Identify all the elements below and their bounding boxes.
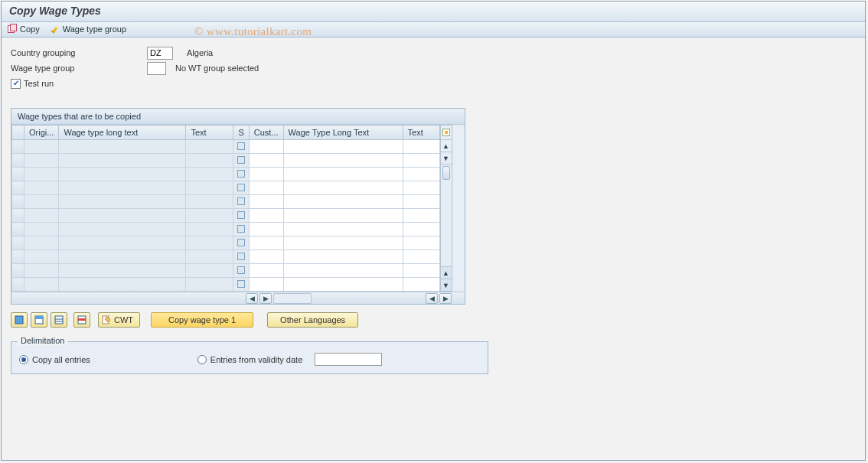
- cell-long-text[interactable]: [59, 181, 186, 195]
- cell-text[interactable]: [186, 236, 233, 250]
- cell-status[interactable]: [233, 140, 249, 154]
- row-selector[interactable]: [12, 140, 24, 154]
- table-config-icon[interactable]: [441, 126, 452, 140]
- wage-types-table[interactable]: Origi... Wage type long text Text S Cust…: [11, 125, 440, 292]
- cell-long-text-2[interactable]: [283, 140, 403, 154]
- cell-text[interactable]: [186, 209, 233, 223]
- col-text[interactable]: Text: [186, 126, 233, 140]
- cell-orig[interactable]: [24, 236, 59, 250]
- copy-wage-type-1-button[interactable]: Copy wage type 1: [151, 312, 253, 328]
- copy-button[interactable]: Copy: [8, 24, 40, 34]
- cell-orig[interactable]: [24, 278, 59, 292]
- table-row[interactable]: [12, 195, 440, 209]
- row-selector[interactable]: [12, 223, 24, 236]
- table-vscroll[interactable]: ▲ ▼ ▲ ▼: [440, 125, 452, 292]
- from-date-option[interactable]: Entries from validity date: [197, 353, 382, 366]
- col-orig[interactable]: Origi...: [24, 126, 59, 140]
- cell-long-text[interactable]: [59, 278, 186, 292]
- cell-long-text[interactable]: [59, 168, 186, 181]
- cell-text-2[interactable]: [403, 250, 439, 264]
- row-selector[interactable]: [12, 154, 24, 168]
- cell-long-text-2[interactable]: [283, 278, 403, 292]
- cell-status[interactable]: [233, 181, 249, 195]
- cell-text-2[interactable]: [403, 278, 439, 292]
- cell-cust[interactable]: [249, 195, 283, 209]
- hscroll-left-2[interactable]: ◀: [426, 293, 438, 304]
- cell-orig[interactable]: [24, 181, 59, 195]
- cell-text[interactable]: [186, 181, 233, 195]
- cell-cust[interactable]: [249, 250, 283, 264]
- cell-cust[interactable]: [249, 236, 283, 250]
- cell-long-text-2[interactable]: [283, 209, 403, 223]
- cell-long-text[interactable]: [59, 154, 186, 168]
- cell-status[interactable]: [233, 278, 249, 292]
- row-selector[interactable]: [12, 195, 24, 209]
- cell-status[interactable]: [233, 264, 249, 278]
- table-row[interactable]: [12, 181, 440, 195]
- table-row[interactable]: [12, 264, 440, 278]
- cell-text[interactable]: [186, 223, 233, 236]
- cell-status[interactable]: [233, 154, 249, 168]
- col-long-text-2[interactable]: Wage Type Long Text: [283, 126, 403, 140]
- col-cust[interactable]: Cust...: [249, 126, 283, 140]
- row-selector[interactable]: [12, 250, 24, 264]
- validity-date-input[interactable]: [315, 353, 382, 366]
- cell-status[interactable]: [233, 195, 249, 209]
- cell-status[interactable]: [233, 168, 249, 181]
- cell-text-2[interactable]: [403, 236, 439, 250]
- cell-text[interactable]: [186, 250, 233, 264]
- cell-long-text-2[interactable]: [283, 223, 403, 236]
- cell-text-2[interactable]: [403, 209, 439, 223]
- cell-cust[interactable]: [249, 154, 283, 168]
- cell-long-text[interactable]: [59, 209, 186, 223]
- table-row[interactable]: [12, 278, 440, 292]
- cell-orig[interactable]: [24, 209, 59, 223]
- cell-cust[interactable]: [249, 168, 283, 181]
- table-row[interactable]: [12, 154, 440, 168]
- cell-cust[interactable]: [249, 264, 283, 278]
- test-run-checkbox[interactable]: [11, 79, 21, 89]
- table-row[interactable]: [12, 250, 440, 264]
- hscroll-track-1[interactable]: [273, 293, 312, 304]
- table-row[interactable]: [12, 140, 440, 154]
- cell-text-2[interactable]: [403, 154, 439, 168]
- cell-status[interactable]: [233, 209, 249, 223]
- scroll-track[interactable]: [441, 165, 452, 267]
- cell-status[interactable]: [233, 250, 249, 264]
- cell-long-text[interactable]: [59, 195, 186, 209]
- row-selector[interactable]: [12, 168, 24, 181]
- cell-orig[interactable]: [24, 140, 59, 154]
- wage-type-group-button[interactable]: Wage type group: [51, 24, 126, 34]
- table-row[interactable]: [12, 209, 440, 223]
- hscroll-right-1[interactable]: ▶: [259, 293, 272, 304]
- cell-text[interactable]: [186, 154, 233, 168]
- cell-long-text-2[interactable]: [283, 154, 403, 168]
- col-long-text[interactable]: Wage type long text: [59, 126, 186, 140]
- scroll-down2-icon[interactable]: ▼: [441, 279, 452, 292]
- cell-long-text[interactable]: [59, 264, 186, 278]
- cell-orig[interactable]: [24, 195, 59, 209]
- wage-type-group-input[interactable]: [147, 62, 166, 75]
- cell-long-text[interactable]: [59, 223, 186, 236]
- row-selector[interactable]: [12, 181, 24, 195]
- cell-long-text-2[interactable]: [283, 250, 403, 264]
- country-grouping-input[interactable]: [147, 47, 173, 60]
- insert-row-button[interactable]: [51, 312, 67, 328]
- cell-text-2[interactable]: [403, 223, 439, 236]
- cell-long-text-2[interactable]: [283, 195, 403, 209]
- cell-text[interactable]: [186, 140, 233, 154]
- cell-text[interactable]: [186, 264, 233, 278]
- cell-long-text-2[interactable]: [283, 264, 403, 278]
- row-selector[interactable]: [12, 264, 24, 278]
- table-row[interactable]: [12, 236, 440, 250]
- scroll-thumb[interactable]: [442, 166, 450, 180]
- cwt-button[interactable]: CWT: [98, 312, 140, 328]
- deselect-all-button[interactable]: [31, 312, 47, 328]
- other-languages-button[interactable]: Other Languages: [267, 312, 358, 328]
- cell-cust[interactable]: [249, 181, 283, 195]
- cell-cust[interactable]: [249, 140, 283, 154]
- cell-orig[interactable]: [24, 223, 59, 236]
- cell-text-2[interactable]: [403, 140, 439, 154]
- delete-row-button[interactable]: [73, 312, 90, 328]
- col-text-2[interactable]: Text: [403, 126, 439, 140]
